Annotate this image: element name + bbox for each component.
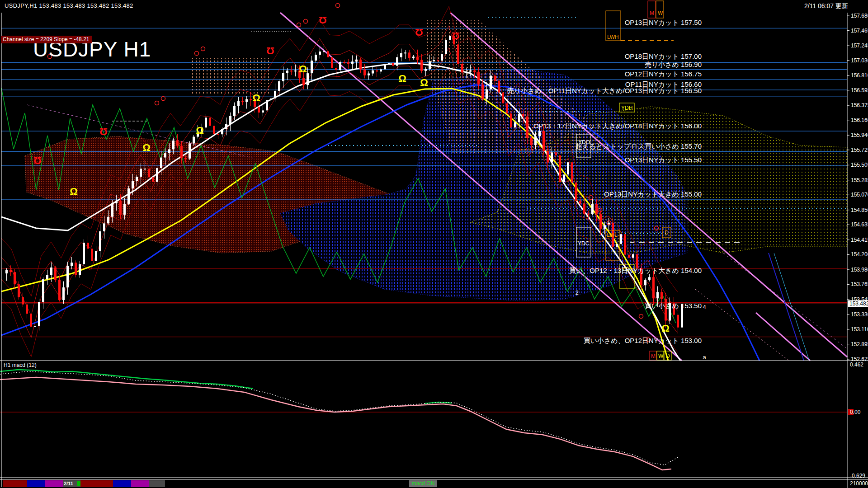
range-box-label: LWL [607, 232, 618, 238]
range-box-label: M [651, 353, 656, 359]
indicator-axis-label: 0.00 [850, 409, 861, 415]
price-axis-label: 153.765 [851, 281, 868, 287]
period-segment [80, 480, 113, 487]
omega-marker-icon: Ω [319, 14, 327, 26]
omega-marker-icon: Ω [398, 73, 406, 84]
price-axis-label: 154.850 [851, 207, 868, 213]
period-segment [131, 480, 149, 487]
price-axis-label: 152.895 [851, 341, 868, 347]
symbol-info: USDJPY,H1 153.483 153.483 153.482 153.48… [5, 2, 133, 9]
omega-marker-icon: Ω [415, 27, 423, 38]
price-axis-label: 156.375 [851, 102, 868, 108]
price-axis-label: 157.680 [851, 13, 868, 19]
price-axis-label: 157.245 [851, 42, 868, 49]
price-annotation: 売り小さめ 156.90 [645, 61, 702, 68]
price-axis-label: 157.030 [851, 57, 868, 64]
price-axis-label: 154.635 [851, 221, 868, 228]
omega-marker-icon: Ω [99, 126, 108, 137]
session-marker [77, 481, 80, 486]
chart-canvas[interactable]: ΩΩΩΩΩΩΩΩΩΩΩΩΩΩ4a2 MWLWHYDHYDOYDCLWLYDLDM… [0, 0, 868, 488]
period-segment [113, 480, 131, 487]
omega-marker-icon: Ω [299, 63, 307, 75]
price-axis-label: 153.110 [851, 326, 868, 333]
range-box-label: D [666, 353, 670, 359]
price-axis-label: 156.810 [851, 72, 868, 79]
omega-marker-icon: Ω [452, 30, 460, 42]
price-annotation: 売り小さめ、OP11日NYカット大きめ/OP13日NYカット 156.50 [507, 87, 702, 94]
range-box-label: W [658, 353, 664, 359]
range-box-label: YDC [578, 240, 590, 247]
omega-marker-icon: Ω [420, 77, 428, 88]
period-segment [3, 480, 27, 487]
omega-marker-icon: Ω [70, 186, 78, 197]
price-annotation: OP18日NYカット 157.00 [625, 52, 702, 60]
channel-info-badge: Channel size = 2209 Slope = -48.21 [1, 36, 92, 43]
price-annotation: 買い小さめ 153.50 [645, 302, 702, 310]
price-annotation: OP13・17日NYカット大きめ/OP18日NYカット 156.00 [533, 122, 702, 130]
macd-toggle-button[interactable]: macd ON [409, 480, 437, 487]
period-segment [149, 480, 165, 487]
price-axis-label: 153.330 [851, 311, 868, 318]
omega-marker-icon: Ω [142, 142, 151, 153]
range-box-label: M [650, 10, 654, 16]
price-axis-label: 155.940 [851, 132, 868, 138]
range-box-label: YDH [621, 105, 632, 111]
price-annotation: OP13日NYカット大きめ 155.00 [604, 190, 702, 198]
price-axis-label: 155.725 [851, 147, 868, 153]
price-axis-label: 155.285 [851, 177, 868, 183]
indicator-axis-label: -0.629 [850, 473, 865, 479]
price-axis-label: 156.595 [851, 87, 868, 94]
price-axis-label: 153.980 [851, 267, 868, 273]
price-annotation: 買い小さめ、OP12日NYカット 153.00 [584, 337, 702, 344]
mt4-chart-window: ΩΩΩΩΩΩΩΩΩΩΩΩΩΩ4a2 MWLWHYDHYDOYDCLWLYDLDM… [0, 0, 868, 488]
range-box-label: LWH [607, 34, 619, 40]
omega-marker-icon: Ω [266, 45, 274, 56]
svg-text:2: 2 [575, 289, 578, 296]
period-segment [27, 480, 45, 487]
svg-text:4: 4 [703, 304, 706, 310]
range-box-label: D [665, 230, 669, 236]
date-label: 2/11 [64, 481, 73, 486]
price-axis-label: 154.200 [851, 251, 868, 258]
indicator-axis-label: 0.462 [850, 361, 863, 368]
price-axis-label: 155.505 [851, 162, 868, 168]
svg-text:a: a [703, 354, 706, 361]
price-annotation: OP13日NYカット 157.50 [625, 19, 702, 26]
current-price-badge: 153.482 [849, 300, 868, 307]
macd-indicator [0, 361, 868, 479]
omega-marker-icon: Ω [33, 155, 42, 166]
price-annotation: OP13日NYカット 155.50 [625, 156, 702, 164]
range-box-label: W [658, 10, 663, 16]
omega-marker-icon: Ω [196, 125, 204, 136]
price-axis-label: 157.465 [851, 28, 868, 34]
omega-marker-icon: Ω [661, 323, 670, 334]
price-axis-label: 155.070 [851, 192, 868, 198]
period-segment [45, 480, 63, 487]
update-time: 2/11 06:07 更新 [804, 2, 848, 10]
price-annotation: 超えるとストップロス買い小さめ 155.70 [576, 142, 702, 150]
price-annotation: OP12日NYカット 156.75 [625, 70, 702, 78]
price-annotation: 買い、OP12・13日NYカット大きめ 154.00 [569, 267, 702, 274]
omega-marker-icon: Ω [252, 92, 260, 103]
price-axis-label: 156.160 [851, 117, 868, 123]
macd-indicator-label: H1 macd (12) [4, 362, 37, 368]
price-axis-label: 154.415 [851, 237, 868, 243]
